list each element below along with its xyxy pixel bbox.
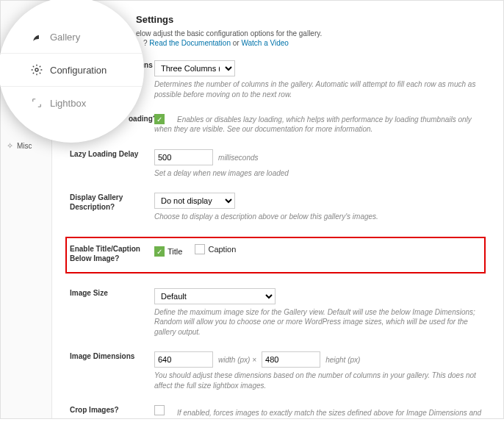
tab-configuration-label: Configuration [50, 65, 107, 76]
gallery-desc-desc: Choose to display a description above or… [154, 212, 486, 222]
sidebar-item-misc[interactable]: ✧ Misc [1, 137, 51, 155]
crop-desc: If enabled, forces images to exactly mat… [154, 409, 481, 418]
magnifier-overlay: Gallery Configuration Lightbox [0, 0, 144, 143]
row-image-dimensions: Image Dimensions width (px) × height (px… [70, 351, 486, 390]
height-label: height (px) [325, 356, 360, 364]
image-size-desc: Define the maximum image size for the Ga… [154, 307, 486, 337]
wand-icon: ✧ [7, 141, 13, 151]
caption-checkbox-label: Caption [208, 245, 236, 254]
lazy-delay-unit: milliseconds [218, 154, 258, 162]
row-lazy-loading: oading? ✓ Enables or disables lazy loadi… [70, 114, 486, 135]
crop-checkbox[interactable] [154, 405, 165, 415]
gallery-desc-label: Display Gallery Description? [70, 193, 154, 212]
expand-icon [31, 97, 43, 109]
svg-point-0 [35, 68, 38, 71]
row-image-size: Image Size Default Define the maximum im… [70, 288, 486, 337]
row-gallery-description: Display Gallery Description? Do not disp… [70, 193, 486, 222]
width-input[interactable] [154, 351, 213, 368]
page-help-links: ? Read the Documentation or Watch a Vide… [143, 39, 486, 47]
page-title: Settings [136, 14, 486, 25]
columns-desc: Determines the number of columns in the … [154, 79, 486, 99]
title-checkbox[interactable]: ✓ [154, 246, 165, 257]
row-crop-images: Crop Images? If enabled, forces images t… [70, 405, 486, 418]
gear-icon [31, 64, 43, 76]
row-title-caption: Enable Title/Caption Below Image? ✓Title… [65, 237, 486, 273]
page-description: elow adjust the basic configuration opti… [136, 29, 486, 37]
tab-lightbox[interactable]: Lightbox [0, 87, 144, 119]
lazy-delay-input[interactable] [154, 149, 213, 165]
dimensions-desc: You should adjust these dimensions based… [154, 371, 486, 390]
columns-select[interactable]: Three Columns (3) [154, 60, 235, 76]
lazy-loading-checkbox[interactable]: ✓ [154, 114, 165, 124]
watch-video-link[interactable]: Watch a Video [241, 39, 288, 47]
gallery-desc-select[interactable]: Do not display [154, 193, 235, 209]
lazy-loading-desc: Enables or disables lazy loading, which … [154, 115, 472, 134]
tab-gallery-label: Gallery [50, 32, 80, 43]
lazy-delay-label: Lazy Loading Delay [70, 149, 154, 159]
read-documentation-link[interactable]: Read the Documentation [149, 39, 231, 47]
lazy-delay-desc: Set a delay when new images are loaded [154, 168, 486, 179]
title-checkbox-label: Title [168, 247, 182, 256]
title-caption-label: Enable Title/Caption Below Image? [70, 244, 154, 263]
crop-label: Crop Images? [70, 405, 154, 415]
leaf-icon [31, 31, 43, 43]
image-size-select[interactable]: Default [154, 288, 276, 304]
tab-lightbox-label: Lightbox [50, 98, 86, 109]
height-input[interactable] [262, 351, 320, 368]
dimensions-label: Image Dimensions [70, 351, 154, 361]
row-lazy-delay: Lazy Loading Delay milliseconds Set a de… [70, 149, 486, 179]
sidebar-item-label: Misc [17, 142, 32, 150]
width-label: width (px) × [218, 356, 256, 364]
tab-configuration[interactable]: Configuration [0, 54, 144, 87]
tab-gallery[interactable]: Gallery [0, 21, 144, 54]
caption-checkbox[interactable] [195, 244, 205, 254]
image-size-label: Image Size [70, 288, 154, 298]
